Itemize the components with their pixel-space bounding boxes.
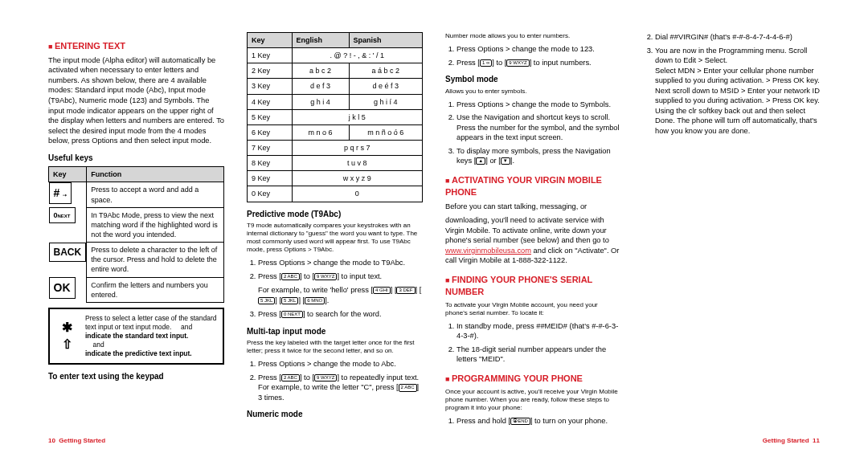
table-keypad: Key English Spanish 1 Key. @ ? ! - , & :…: [247, 32, 423, 202]
cell: p q r s 7: [292, 140, 422, 155]
cell: m n ñ o ó 6: [349, 124, 422, 140]
cell: 3 Key: [248, 79, 293, 94]
key-6mno-icon: 6 MNO: [305, 297, 325, 304]
key-9wxyz-icon: 9 WXYZ: [314, 374, 337, 382]
th-function: Function: [87, 167, 224, 182]
cell: d e é f 3: [349, 79, 422, 94]
th-english: English: [292, 33, 349, 48]
steps-multitap: Press Options > change the mode to Abc. …: [247, 359, 423, 402]
footer-right: Getting Started 11: [763, 437, 820, 446]
para-entering: The input mode (Alpha editor) will autom…: [48, 55, 224, 146]
pred-example: For example, to write 'hello' press [4 G…: [247, 285, 423, 305]
callout-line3: indicate the predictive text input.: [85, 349, 192, 357]
steps-symbol: Press Options > change the mode to Symbo…: [445, 100, 621, 166]
nav-down-icon: ▼: [501, 157, 510, 165]
callout-star-key: ✱ ⇧ Press to select a letter case of the…: [48, 308, 224, 365]
para-serial: To activate your Virgin Mobile account, …: [445, 301, 621, 317]
heading-numeric: Numeric mode: [247, 409, 423, 420]
para-prog: Once your account is active, you'll rece…: [445, 388, 621, 412]
step: Press [2 ABC] to [9 WXYZ] to input text.: [258, 271, 423, 282]
fn-ok: Confirm the letters and numbers you ente…: [87, 277, 224, 302]
nav-up-icon: ▲: [476, 157, 485, 165]
callout-line1: Press to select a letter case of the sta…: [85, 314, 216, 331]
cell: d e f 3: [292, 79, 349, 94]
cell: m n o 6: [292, 124, 349, 140]
callout-text: Press to select a letter case of the sta…: [85, 314, 218, 358]
cell: 9 Key: [248, 171, 293, 186]
key-0next-icon: 0 NEXT: [281, 311, 303, 318]
heading-programming: PROGRAMMING YOUR PHONE: [445, 373, 621, 385]
step: Press Options > change the mode to Symbo…: [457, 100, 621, 110]
para-predictive: T9 mode automatically compares your keys…: [247, 222, 423, 254]
key-back: BACK: [49, 243, 87, 262]
cell: 8 Key: [248, 156, 293, 171]
th-key2: Key: [248, 33, 293, 48]
para-symbol: Allows you to enter symbols.: [445, 88, 621, 96]
cell: 0 Key: [248, 186, 293, 202]
step: The 18-digit serial number appears under…: [457, 345, 621, 365]
table-useful-keys: Key Function # ⇢Press to accept a word a…: [48, 166, 224, 303]
cell: 4 Key: [248, 94, 293, 109]
fn-back: Press to delete a character to the left …: [87, 243, 224, 277]
key-0next: 0NEXT: [49, 207, 76, 223]
heading-useful-keys: Useful keys: [48, 153, 224, 164]
key-9wxyz-icon: 9 WXYZ: [314, 273, 337, 280]
cell: t u v 8: [292, 156, 422, 171]
heading-keypad: To enter text using the keypad: [48, 371, 224, 382]
cell: g h i í 4: [349, 94, 422, 109]
callout-line2: indicate the standard text input.: [85, 332, 188, 340]
cell: a á b c 2: [349, 63, 422, 79]
step: To display more symbols, press the Navig…: [457, 146, 621, 166]
heading-serial: FINDING YOUR PHONE'S SERIAL NUMBER: [445, 274, 621, 298]
footer-section-left: Getting Started: [59, 437, 105, 444]
key-end-icon: ⦿END: [510, 418, 530, 425]
cell: 1 Key: [248, 48, 293, 63]
fn-0next: In T9Abc Mode, press to view the next ma…: [87, 207, 224, 242]
cell: 6 Key: [248, 124, 293, 140]
cell: 7 Key: [248, 140, 293, 155]
step: Press Options > change the mode to T9Abc…: [258, 258, 423, 268]
heading-multitap: Multi-tap input mode: [247, 326, 423, 337]
key-4ghi-icon: 4 GHI: [373, 287, 391, 294]
callout-and2: and: [92, 341, 104, 349]
cell: g h i 4: [292, 94, 349, 109]
step: Press [2 ABC] to [9 WXYZ] to repeatedly …: [258, 373, 423, 403]
steps-predictive: Press Options > change the mode to T9Abc…: [247, 258, 423, 281]
fn-hash: Press to accept a word and add a space.: [87, 182, 224, 207]
heading-predictive: Predictive mode (T9Abc): [247, 209, 423, 220]
step: You are now in the Programming menu. Scr…: [655, 46, 820, 137]
th-key: Key: [49, 167, 87, 182]
link-virginmobile[interactable]: www.virginmobileusa.com: [445, 247, 531, 255]
star-shift-icon: ✱ ⇧: [55, 319, 79, 353]
cell: 0: [292, 186, 422, 202]
para-multitap: Press the key labeled with the target le…: [247, 339, 423, 355]
cell: j k l 5: [292, 109, 422, 124]
cell: 5 Key: [248, 109, 293, 124]
key-5jkl-icon: 5 JKL: [281, 297, 298, 304]
para-numeric: Number mode allows you to enter numbers.: [445, 32, 621, 40]
para-act2: downloading, you'll need to activate ser…: [445, 215, 621, 266]
key-2abc-icon: 2 ABC: [281, 273, 300, 280]
page-num-left: 10: [48, 437, 55, 444]
page-num-right: 11: [813, 437, 820, 444]
step: Press and hold [⦿END] to turn on your ph…: [457, 416, 621, 426]
steps-numeric: Press Options > change the mode to 123. …: [445, 44, 621, 67]
cell: a b c 2: [292, 63, 349, 79]
heading-symbol: Symbol mode: [445, 74, 621, 85]
key-9wxyz-icon: 9 WXYZ: [506, 59, 529, 67]
step: Press Options > change the mode to 123.: [457, 44, 621, 55]
key-2abc-icon: 2 ABC: [281, 374, 300, 382]
footer-section-right: Getting Started: [763, 437, 809, 444]
cell: 2 Key: [248, 63, 293, 79]
manual-spread: ENTERING TEXT The input mode (Alpha edit…: [0, 0, 868, 457]
th-spanish: Spanish: [349, 33, 422, 48]
key-ok: OK: [49, 277, 76, 299]
step: Use the Navigation and shortcut keys to …: [457, 112, 621, 143]
steps-predictive-cont: Press [0 NEXT] to search for the word.: [247, 309, 423, 320]
key-3def-icon: 3 DEF: [396, 287, 415, 294]
footer-left: 10 Getting Started: [48, 437, 105, 446]
step: Press Options > change the mode to Abc.: [258, 359, 423, 369]
key-2abc-icon: 2 ABC: [399, 384, 417, 391]
cell: w x y z 9: [292, 171, 422, 186]
key-hash: # ⇢: [49, 182, 72, 204]
